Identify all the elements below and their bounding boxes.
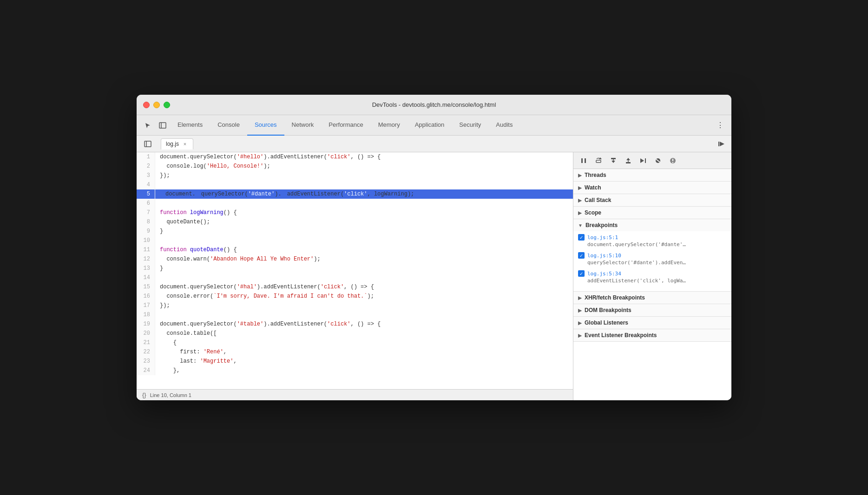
tab-network[interactable]: Network [284,115,322,136]
code-line-10: 10 [137,236,573,245]
tab-audits[interactable]: Audits [488,115,520,136]
tab-sources[interactable]: Sources [247,115,284,136]
tab-console[interactable]: Console [210,115,247,136]
tab-performance[interactable]: Performance [321,115,370,136]
right-panel: ▶ Threads ▶ Watch ▶ Call Stack [573,152,731,400]
right-sections: ▶ Threads ▶ Watch ▶ Call Stack [573,169,731,400]
breakpoint-file-1: log.js:5:1 [587,234,618,241]
panel-icon[interactable] [155,118,170,133]
section-dom-label: DOM Breakpoints [585,307,631,313]
stream-icon[interactable] [716,138,728,150]
step-over-button[interactable] [592,154,605,167]
section-global-label: Global Listeners [585,319,628,326]
breakpoint-checkbox-1[interactable]: ✓ [578,234,585,241]
tab-application[interactable]: Application [408,115,452,136]
pause-on-exceptions-button[interactable] [666,154,679,167]
svg-rect-22 [672,162,673,163]
breakpoint-checkbox-2[interactable]: ✓ [578,252,585,259]
title-bar: DevTools - devtools.glitch.me/console/lo… [137,95,731,115]
svg-marker-16 [640,158,644,163]
code-editor[interactable]: 1 document.querySelector('#hello').addEv… [137,152,573,389]
traffic-lights [143,102,170,108]
section-callstack: ▶ Call Stack [573,194,731,207]
section-global-header[interactable]: ▶ Global Listeners [573,317,731,329]
section-scope-header[interactable]: ▶ Scope [573,207,731,219]
file-tab-close[interactable]: × [182,141,188,147]
code-line-7: 7 function logWarning() { [137,208,573,217]
section-global: ▶ Global Listeners [573,317,731,329]
more-tabs-button[interactable]: ⋮ [713,118,728,133]
main-content: 1 document.querySelector('#hello').addEv… [137,152,731,400]
step-button[interactable] [637,154,650,167]
arrow-expanded-icon: ▼ [578,223,583,228]
file-tab-logjs[interactable]: log.js × [161,138,193,150]
breakpoint-label-1: ✓ log.js:5:1 [578,234,727,241]
cursor-icon[interactable] [140,118,155,133]
code-line-5: 5 document.querySelector('#dante').addEv… [137,189,573,199]
code-line-21: 21 { [137,338,573,347]
section-callstack-header[interactable]: ▶ Call Stack [573,194,731,206]
breakpoint-file-2: log.js:5:10 [587,253,621,259]
svg-rect-7 [585,158,586,163]
file-tab-name: log.js [166,141,179,147]
arrow-icon: ▶ [578,198,582,203]
section-event-listener-header[interactable]: ▶ Event Listener Breakpoints [573,329,731,341]
devtools-window: DevTools - devtools.glitch.me/console/lo… [137,95,731,400]
sources-toolbar: log.js × [137,136,731,152]
code-line-2: 2 console.log('Hello, Console!'); [137,162,573,171]
devtools-tabs: Elements Console Sources Network Perform… [137,115,731,136]
tab-security[interactable]: Security [452,115,488,136]
arrow-icon: ▶ [578,295,582,300]
status-bar: {} Line 10, Column 1 [137,389,573,400]
svg-rect-12 [611,158,616,159]
code-line-3: 3 }); [137,171,573,180]
section-dom-header[interactable]: ▶ DOM Breakpoints [573,304,731,316]
code-line-23: 23 last: 'Magritte', [137,357,573,366]
svg-marker-11 [612,161,615,163]
code-panel: 1 document.querySelector('#hello').addEv… [137,152,573,400]
arrow-icon: ▶ [578,210,582,215]
code-line-8: 8 quoteDante(); [137,217,573,227]
minimize-button[interactable] [153,102,160,108]
section-threads-header[interactable]: ▶ Threads [573,169,731,181]
code-line-24: 24 }, [137,366,573,375]
section-breakpoints-header[interactable]: ▼ Breakpoints [573,219,731,231]
svg-marker-14 [626,158,630,160]
arrow-icon: ▶ [578,320,582,326]
section-xhr-header[interactable]: ▶ XHR/fetch Breakpoints [573,292,731,304]
close-button[interactable] [143,102,150,108]
code-line-16: 16 console.error(`I'm sorry, Dave. I'm a… [137,292,573,301]
breakpoint-label-3: ✓ log.js:5:34 [578,270,727,277]
arrow-icon: ▶ [578,173,582,178]
section-xhr-label: XHR/fetch Breakpoints [585,294,645,301]
svg-rect-6 [581,158,583,163]
breakpoints-list: ✓ log.js:5:1 document.querySelector('#da… [573,231,731,291]
tab-memory[interactable]: Memory [371,115,408,136]
section-watch: ▶ Watch [573,182,731,194]
code-line-17: 17 }); [137,301,573,310]
breakpoint-label-2: ✓ log.js:5:10 [578,252,727,259]
breakpoint-item-2: ✓ log.js:5:10 querySelector('#dante').ad… [578,252,727,266]
pause-button[interactable] [577,154,590,167]
format-icon[interactable]: {} [142,391,146,398]
svg-rect-2 [145,141,151,147]
step-out-button[interactable] [622,154,635,167]
tab-elements[interactable]: Elements [170,115,210,136]
breakpoint-checkbox-3[interactable]: ✓ [578,270,585,277]
code-line-19: 19 document.querySelector('#table').addE… [137,319,573,329]
section-breakpoints-label: Breakpoints [585,222,618,228]
maximize-button[interactable] [164,102,170,108]
svg-rect-0 [159,123,166,128]
show-navigator-icon[interactable] [140,137,155,151]
deactivate-breakpoints-button[interactable] [651,154,664,167]
section-breakpoints: ▼ Breakpoints ✓ log.js:5:1 document.quer… [573,219,731,292]
debug-toolbar [573,152,731,169]
breakpoint-file-3: log.js:5:34 [587,271,621,277]
devtools-body: log.js × 1 document.querySelector('#hell… [137,136,731,400]
breakpoint-code-3: addEventListener('click', logWa… [578,278,727,284]
section-watch-header[interactable]: ▶ Watch [573,182,731,194]
arrow-icon: ▶ [578,308,582,313]
code-line-22: 22 first: 'René', [137,347,573,357]
svg-rect-15 [626,162,631,163]
step-into-button[interactable] [607,154,620,167]
